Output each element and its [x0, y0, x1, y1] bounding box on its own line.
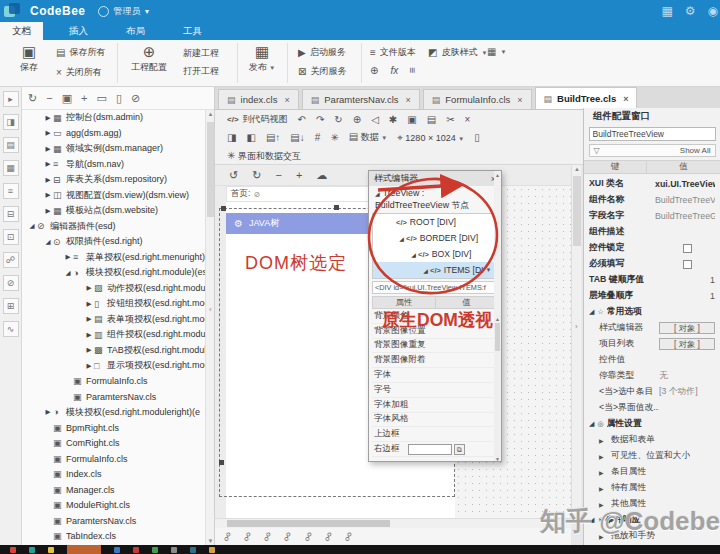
node-expand-icon[interactable]: ◢ — [409, 251, 418, 258]
style-property-row[interactable]: 背景颜色 ⧉ — [372, 309, 498, 324]
back-icon[interactable]: ↺ — [229, 169, 238, 182]
property-row[interactable]: ▶ 其他属性 — [584, 496, 720, 512]
scroll-down-icon[interactable]: ▼ — [206, 538, 215, 544]
tree-item[interactable]: ▶ ◑ 模块授权(esd.right.moduleright)(e — [22, 405, 206, 421]
style-scroll-thumb[interactable] — [495, 323, 500, 351]
tree-expand-icon[interactable]: ▶ — [84, 315, 94, 323]
anchor-link-icon[interactable]: ☍ — [221, 530, 234, 543]
tree-expand-icon[interactable]: ▶ — [43, 408, 53, 416]
tree-expand-icon[interactable]: ◢ — [43, 238, 53, 246]
zoom-in-icon[interactable]: + — [296, 169, 302, 181]
taskbar-app-icon[interactable] — [67, 545, 101, 554]
node-expand-icon[interactable]: ◢ — [397, 235, 406, 242]
tree-item[interactable]: ▶ ▥ 组件授权(esd.right.module.i — [22, 327, 206, 343]
component-search-input[interactable] — [589, 127, 716, 141]
tree-expand-icon[interactable]: ▶ — [43, 191, 53, 199]
selection-handle[interactable] — [221, 206, 226, 211]
style-property-row[interactable]: 字体风格 ⧉ — [372, 413, 498, 428]
taskbar-app-icon[interactable] — [152, 547, 158, 553]
editor-tab[interactable]: ▤ BuildTree.cls × — [535, 87, 638, 109]
show-all-button[interactable]: Show All — [680, 146, 711, 155]
property-row[interactable]: ▶ 层堆叠顺序 1 1 — [584, 288, 720, 304]
property-row[interactable]: ▶ 条目属性 — [584, 464, 720, 480]
tree-item[interactable]: ▶ ▤ 表单项授权(esd.right.modul — [22, 312, 206, 328]
property-row[interactable]: ▶ TAB 键顺序值 1 1 — [584, 272, 720, 288]
tree-item[interactable]: ▣ ParamtersNav.cls — [22, 513, 206, 529]
style-property-row[interactable]: 背景图像重复 ⧉ — [372, 339, 498, 354]
scroll-up-icon[interactable]: ▲ — [572, 166, 582, 172]
section-expand-icon[interactable]: ◢ — [589, 308, 594, 316]
debug-icon[interactable]: ✱ — [389, 114, 397, 125]
skin-style-button[interactable]: ◩皮肤样式 ▼ — [428, 46, 487, 59]
row-expand-icon[interactable]: ▶ — [589, 485, 601, 492]
row-expand-icon[interactable]: ▶ — [589, 453, 601, 460]
property-row[interactable]: ▶ 可见性、位置和大小 — [584, 448, 720, 464]
tree-expand-icon[interactable]: ▶ — [84, 346, 94, 354]
canvas-hscrollbar[interactable] — [215, 518, 571, 528]
taskbar-app-icon[interactable] — [114, 547, 120, 553]
mobile-preview-icon[interactable]: ▯ — [474, 132, 480, 143]
grid-icon[interactable]: # — [315, 132, 321, 143]
tree-item[interactable]: ▶ □ 显示项授权(esd.right.modul — [22, 358, 206, 374]
tree-item[interactable]: ▶ ▦ 模板站点(dsm.website) — [22, 203, 206, 219]
save-button[interactable]: ▣ 保存 — [6, 43, 52, 74]
ribbon-tab[interactable]: 工具 — [171, 22, 214, 40]
tree-item[interactable]: ◢ ◑ 模块授权(esd.right.module)(esd.ri — [22, 265, 206, 281]
property-row[interactable]: ▶ 组件名称 BuildTreeTreeView BuildTreeTreeVi… — [584, 192, 720, 208]
left-splitter-collapse[interactable]: ‹ — [209, 305, 212, 314]
open-project-button[interactable]: 打开工程 — [183, 65, 219, 78]
anchor-link-icon[interactable]: ☍ — [261, 530, 274, 543]
tab-close-icon[interactable]: × — [406, 95, 411, 105]
apps-icon[interactable]: ▦ — [661, 4, 672, 18]
tree-item[interactable]: ▶ ▦ 领域实例(dsm.manager) — [22, 141, 206, 157]
property-row[interactable]: ▶ XUI 类名 xui.UI.TreeView xui.UI.TreeView — [584, 176, 720, 192]
anchor-link-icon[interactable]: ☍ — [301, 530, 314, 543]
tree-item[interactable]: ▶ ▩ TAB授权(esd.right.module.ta — [22, 343, 206, 359]
refresh-icon[interactable]: ↻ — [28, 92, 37, 105]
tree-item[interactable]: ▶ ≡ 导航(dsm.nav) — [22, 157, 206, 173]
tree-item[interactable]: ▣ Index.cls — [22, 467, 206, 483]
tree-item[interactable]: ▣ FormulaInfo.cls — [22, 374, 206, 390]
tree-item[interactable]: ▶ ▦ 控制台(dsm.admin) — [22, 110, 206, 126]
selection-handle[interactable] — [334, 205, 339, 210]
new-project-button[interactable]: 新建工程 — [183, 47, 219, 60]
taskbar-app-icon[interactable] — [133, 547, 139, 553]
tree-item[interactable]: ▶ ▯ 按钮组授权(esd.right.modul — [22, 296, 206, 312]
property-row[interactable]: ▶ 字段名字 BuildTreeTreeGrid BuildTreeTreeGr… — [584, 208, 720, 224]
scroll-up-icon[interactable]: ▲ — [206, 111, 215, 117]
style-property-row[interactable]: 背景图像位置 ⧉ — [372, 324, 498, 339]
section-expand-icon[interactable]: ◢ — [589, 420, 594, 428]
ribbon-tab[interactable]: 文档 — [0, 22, 43, 40]
property-row[interactable]: ◢ ☆ ▶ 常用选项 — [584, 304, 720, 320]
user-menu[interactable]: 管理员 — [114, 5, 141, 18]
property-row[interactable]: ▶ 特有属性 — [584, 480, 720, 496]
sliders-icon[interactable]: ≡ — [408, 68, 419, 74]
tree-expand-icon[interactable]: ▶ — [43, 160, 53, 168]
reload-icon[interactable]: ↻ — [252, 169, 261, 182]
widget-icon[interactable]: ⊡ — [3, 229, 19, 245]
tree-item[interactable]: ▣ ModuleRight.cls — [22, 498, 206, 514]
checkbox[interactable] — [683, 260, 692, 269]
property-row[interactable]: ▶ 项目列表 [ 对象 ] [ 对象 ] — [584, 336, 720, 352]
tree-expand-icon[interactable]: ▶ — [43, 114, 53, 122]
editor-tab[interactable]: ▤ index.cls × — [218, 89, 299, 109]
order-up-icon[interactable]: ▤↑ — [266, 132, 280, 143]
paste-icon[interactable]: ▤ — [427, 114, 436, 125]
file-version-button[interactable]: ≡文件版本 — [370, 46, 416, 59]
row-expand-icon[interactable]: ▶ — [589, 533, 601, 540]
export-icon[interactable]: ⊕ — [353, 114, 361, 125]
taskbar-app-icon[interactable] — [209, 547, 215, 553]
undo-icon[interactable]: ↶ — [298, 114, 306, 125]
zoom-out-icon[interactable]: − — [275, 169, 281, 181]
stop-service-button[interactable]: ⊠关闭服务 — [298, 65, 346, 78]
user-avatar-icon[interactable] — [98, 6, 109, 17]
image-tool-button[interactable]: ▦ ▼ — [487, 46, 506, 57]
mute-icon[interactable]: ⊘ — [131, 92, 140, 105]
tree-scroll-thumb[interactable] — [207, 122, 214, 217]
user-caret-icon[interactable]: ▼ — [144, 8, 151, 15]
tree-expand-icon[interactable]: ▶ — [84, 362, 94, 370]
object-button[interactable]: [ 对象 ] — [659, 338, 715, 350]
dom-node[interactable]: ◢ </> BOX [DIV] — [373, 246, 497, 262]
close-all-button[interactable]: ×关闭所有 — [56, 66, 102, 79]
tree-expand-icon[interactable]: ▶ — [43, 176, 53, 184]
